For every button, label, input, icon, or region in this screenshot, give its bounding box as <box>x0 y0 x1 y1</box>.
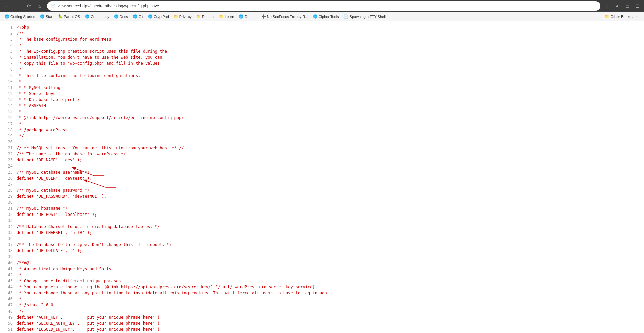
source-line: 4 * <box>0 42 644 48</box>
source-line: 16 * @link https://wordpress.org/support… <box>0 115 644 121</box>
source-line: 41 * Authentication Unique Keys and Salt… <box>0 266 644 272</box>
bookmark-getting-started[interactable]: 🌐 Getting Started <box>3 14 37 19</box>
bookmark-community-label: Community <box>91 15 109 19</box>
line-number: 21 <box>3 145 13 151</box>
line-number: 41 <box>3 266 13 272</box>
line-number: 39 <box>3 254 13 260</box>
line-number: 8 <box>3 66 13 73</box>
line-number: 3 <box>3 36 13 42</box>
bookmarks-bar: 🌐 Getting Started 🌐 Start 🦜 Parrot OS 🌐 … <box>0 12 644 21</box>
source-line: 25/** MySQL database username */ <box>0 169 644 175</box>
line-number: 40 <box>3 260 13 266</box>
docs-icon: 🌐 <box>114 14 119 19</box>
source-line: 21// ** MySQL settings - You can get thi… <box>0 145 644 151</box>
line-number: 11 <box>3 85 13 91</box>
line-content: * @link https://wordpress.org/support/ar… <box>17 115 184 121</box>
source-line: 42 * <box>0 272 644 278</box>
other-bookmarks[interactable]: 📁 Other Bookmarks <box>603 14 641 19</box>
source-view[interactable]: 1<?php2/**3 * The base configuration for… <box>0 21 644 333</box>
bookmark-cryptpad[interactable]: 🌐 CryptPad <box>146 14 171 19</box>
cryptpad-icon: 🌐 <box>148 14 153 19</box>
bookmark-donate[interactable]: 🌐 Donate <box>237 14 258 19</box>
line-number: 13 <box>3 97 13 103</box>
bookmark-parrot-os[interactable]: 🦜 Parrot OS <box>56 14 82 19</box>
line-content: * installation. You don't have to use th… <box>17 54 162 60</box>
line-number: 19 <box>3 133 13 139</box>
source-line: 26define( 'DB_USER', 'devtest' ); <box>0 175 644 181</box>
source-line: 45 * You can change these at any point i… <box>0 290 644 296</box>
source-line: 10 * <box>0 79 644 85</box>
source-line: 31/** MySQL hostname */ <box>0 205 644 211</box>
folder-icon: 📁 <box>605 14 609 19</box>
line-content: * <box>17 109 21 115</box>
line-content: * The base configuration for WordPress <box>17 36 111 42</box>
source-line: 50define( 'SECURE_AUTH_KEY', 'put your u… <box>0 320 644 326</box>
line-number: 2 <box>3 30 13 36</box>
parrot-os-icon: 🦜 <box>58 14 63 19</box>
line-number: 32 <box>3 211 13 218</box>
line-number: 18 <box>3 127 13 133</box>
bookmark-privacy[interactable]: 📁 Privacy <box>172 14 194 19</box>
line-number: 48 <box>3 308 13 314</box>
source-line: 13 * * Database table prefix <box>0 97 644 103</box>
bookmark-pentest-label: Pentest <box>202 15 214 19</box>
forward-button[interactable]: → <box>13 1 23 11</box>
line-content: /** The Database Collate type. Don't cha… <box>17 242 172 248</box>
bookmark-git[interactable]: 🌐 Git <box>131 14 145 19</box>
page-icon: 📄 <box>51 4 56 8</box>
line-content: * * ABSPATH <box>17 103 46 109</box>
git-icon: 🌐 <box>133 14 138 19</box>
url-input[interactable]: view-source:http://spectra.htb/testing/w… <box>58 4 596 8</box>
line-content: * Authentication Unique Keys and Salts. <box>17 266 114 272</box>
home-button[interactable]: ⌂ <box>35 1 44 11</box>
bookmark-cipher-tools[interactable]: 🌐 Cipher Tools <box>311 14 341 19</box>
address-bar[interactable]: 📄 view-source:http://spectra.htb/testing… <box>47 1 600 11</box>
menu-button[interactable]: ☰ <box>633 2 641 10</box>
bookmark-start[interactable]: 🌐 Start <box>38 14 55 19</box>
line-content: define( 'LOGGED_IN_KEY', 'put your uniqu… <box>17 326 162 332</box>
source-line: 37/** The Database Collate type. Don't c… <box>0 242 644 248</box>
line-number: 49 <box>3 314 13 320</box>
extensions-button[interactable]: ⋮ <box>603 2 611 10</box>
line-content: * <box>17 296 21 302</box>
line-number: 35 <box>3 230 13 236</box>
source-line: 35define( 'DB_CHARSET', 'utf8' ); <box>0 230 644 236</box>
line-content: * <box>17 79 21 85</box>
source-line: 34/** Database Charset to use in creatin… <box>0 224 644 230</box>
source-container: 1<?php2/**3 * The base configuration for… <box>0 21 644 333</box>
source-line: 15 * <box>0 109 644 115</box>
bookmark-netsecfocus[interactable]: ➕ NetSecFocus Trophy R... <box>259 14 310 19</box>
reload-button[interactable]: ⟳ <box>24 1 34 11</box>
line-number: 5 <box>3 48 13 54</box>
source-line: 47 * @since 2.6.0 <box>0 302 644 308</box>
line-content: * This file contains the following confi… <box>17 73 140 79</box>
bookmark-docs-label: Docs <box>120 15 128 19</box>
source-line: 49define( 'AUTH_KEY', 'put your unique p… <box>0 314 644 320</box>
bookmark-star[interactable]: ★ <box>613 2 621 10</box>
community-icon: 🌐 <box>85 14 90 19</box>
browser-top-bar: ← → ⟳ ⌂ 📄 view-source:http://spectra.htb… <box>0 0 644 12</box>
source-line: 1<?php <box>0 24 644 30</box>
bookmark-learn[interactable]: 📁 Learn <box>217 14 236 19</box>
source-line: 29define( 'DB_PASSWORD', 'devteam01' ); <box>0 193 644 199</box>
source-line: 28/** MySQL database password */ <box>0 187 644 193</box>
line-number: 36 <box>3 236 13 242</box>
line-number: 20 <box>3 139 13 145</box>
line-content: /** MySQL database username */ <box>17 169 90 175</box>
bookmark-cryptpad-label: CryptPad <box>154 15 169 19</box>
line-number: 46 <box>3 296 13 302</box>
bookmark-docs[interactable]: 🌐 Docs <box>112 14 130 19</box>
pocket-button[interactable]: 🗃 <box>623 2 631 10</box>
browser-actions: ⋮ ★ 🗃 ☰ <box>603 2 641 10</box>
source-line: 43 * Change these to different unique ph… <box>0 278 644 284</box>
learn-icon: 📁 <box>219 14 224 19</box>
spawning-tty-icon: 📄 <box>344 14 348 19</box>
bookmark-spawning-tty[interactable]: 📄 Spawning a TTY Shell <box>342 14 388 19</box>
bookmark-pentest[interactable]: 📁 Pentest <box>194 14 216 19</box>
bookmark-community[interactable]: 🌐 Community <box>83 14 111 19</box>
back-button[interactable]: ← <box>3 1 12 11</box>
privacy-icon: 📁 <box>174 14 178 19</box>
line-number: 47 <box>3 302 13 308</box>
source-line: 14 * * ABSPATH <box>0 103 644 109</box>
other-bookmarks-label: Other Bookmarks <box>610 15 639 19</box>
